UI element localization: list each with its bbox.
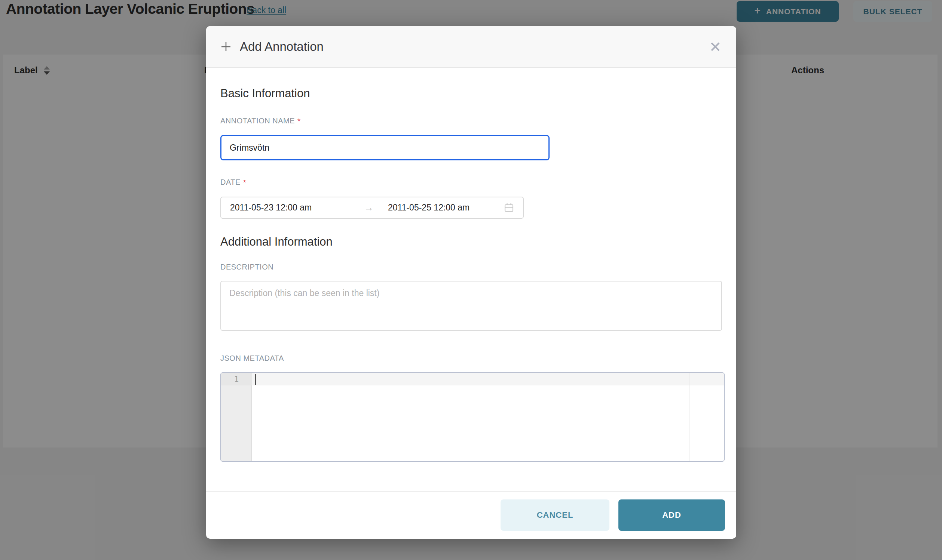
editor-active-line: [221, 373, 724, 385]
cancel-button[interactable]: CANCEL: [501, 500, 609, 531]
required-asterisk: *: [243, 178, 247, 187]
plus-icon: [220, 41, 231, 52]
modal-body: Basic Information ANNOTATION NAME * DATE…: [206, 68, 736, 491]
json-metadata-editor[interactable]: 1: [220, 372, 725, 462]
close-button[interactable]: [707, 38, 723, 55]
modal-footer: CANCEL ADD: [206, 491, 736, 539]
annotation-name-label-text: ANNOTATION NAME: [220, 117, 295, 125]
section-heading-basic: Basic Information: [220, 87, 722, 100]
editor-text-cursor: [255, 374, 256, 385]
required-asterisk: *: [298, 117, 301, 126]
close-icon: [709, 40, 722, 53]
editor-gutter: [221, 373, 252, 461]
json-metadata-label: JSON METADATA: [220, 354, 722, 363]
editor-ruler-line: [689, 373, 689, 461]
annotation-name-label: ANNOTATION NAME *: [220, 117, 722, 126]
date-end-value[interactable]: 2011-05-25 12:00 am: [388, 203, 501, 213]
date-label: DATE *: [220, 178, 722, 187]
section-heading-additional: Additional Information: [220, 235, 722, 249]
date-label-text: DATE: [220, 178, 241, 186]
json-metadata-label-text: JSON METADATA: [220, 354, 284, 363]
calendar-icon: [504, 203, 514, 213]
modal-title: Add Annotation: [240, 40, 324, 54]
right-arrow-icon: →: [364, 202, 388, 214]
description-label: DESCRIPTION: [220, 263, 722, 271]
description-label-text: DESCRIPTION: [220, 263, 273, 271]
editor-line-number: 1: [221, 373, 252, 385]
description-textarea[interactable]: [220, 281, 722, 331]
modal-header: Add Annotation: [206, 26, 736, 68]
date-range-picker[interactable]: 2011-05-23 12:00 am → 2011-05-25 12:00 a…: [220, 197, 524, 219]
annotation-name-input[interactable]: [220, 135, 550, 160]
add-button[interactable]: ADD: [618, 500, 725, 531]
date-start-value[interactable]: 2011-05-23 12:00 am: [230, 203, 364, 213]
add-annotation-modal: Add Annotation Basic Information ANNOTAT…: [206, 26, 736, 539]
